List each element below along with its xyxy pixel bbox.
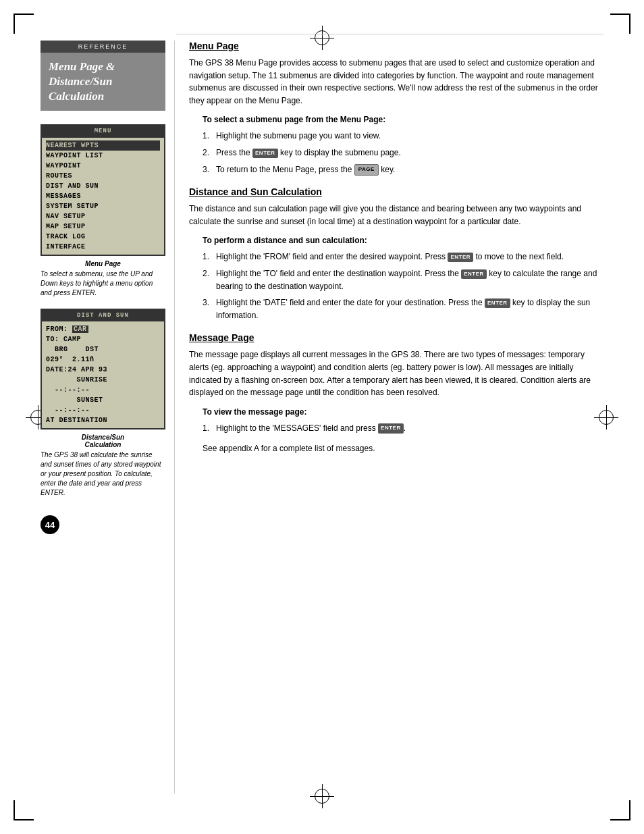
corner-mark-tl [14, 14, 34, 34]
msg-step-1-text: Highlight to the 'MESSAGES' field and pr… [216, 423, 406, 433]
corner-mark-tr [610, 14, 630, 34]
menu-lcd-item-2: WAYPOINT LIST [46, 151, 160, 161]
dist-sun-brg-dst-label: BRG DST [46, 344, 160, 355]
menu-lcd-item-11: INTERFACE [46, 242, 160, 252]
distance-sun-steps: 1. Highlight the 'FROM' field and enter … [216, 251, 603, 321]
menu-step-2-text: Press the ENTER key to display the subme… [216, 148, 401, 157]
menu-lcd-title: MENU [42, 126, 164, 138]
page-number-badge: 44 [41, 515, 59, 534]
dist-sun-caption: The GPS 38 will calculate the sunrise an… [41, 450, 165, 498]
dist-sun-caption-title-line2: Calculation [85, 441, 122, 448]
dist-step-1: 1. Highlight the 'FROM' field and enter … [216, 251, 603, 263]
menu-lcd-item-4: ROUTES [46, 171, 160, 181]
message-page-instruction-heading: To view the message page: [203, 407, 603, 417]
menu-step-3: 3. To return to the Menu Page, press the… [216, 163, 603, 176]
dist-sun-lcd-screen: DIST AND SUN FROM: CAR TO: CAMP BRG DST … [41, 309, 165, 430]
dist-step-2: 2. Highlight the 'TO' field and enter th… [216, 267, 603, 292]
enter-key-badge-2: ENTER [448, 253, 473, 262]
dist-sun-to: TO: CAMP [46, 334, 160, 344]
menu-lcd-item-3: WAYPOINT [46, 161, 160, 171]
distance-sun-instruction-heading: To perform a distance and sun calculatio… [203, 236, 603, 245]
menu-page-instruction-heading: To select a submenu page from the Menu P… [203, 115, 603, 124]
title-line1: Menu Page & [49, 60, 115, 73]
menu-lcd-item-6: MESSAGES [46, 191, 160, 201]
menu-lcd-screen: MENU NEAREST WPTS WAYPOINT LIST WAYPOINT… [41, 124, 165, 256]
page-key-badge: PAGE [354, 164, 379, 175]
corner-mark-bl [14, 800, 34, 820]
top-divider-line [176, 34, 603, 34]
dist-sun-sunrise-val: --:--:-- [46, 385, 160, 395]
page-container: REFERENCE Menu Page & Distance/Sun Calcu… [41, 41, 603, 793]
dist-sun-sunset-label: SUNSET [46, 395, 160, 405]
enter-key-badge-3: ENTER [461, 269, 487, 279]
dist-sun-date: DATE:24 APR 93 [46, 365, 160, 375]
reference-tab: REFERENCE [41, 41, 165, 53]
menu-lcd-item-5: DIST AND SUN [46, 181, 160, 191]
dist-sun-destination: AT DESTINATION [46, 415, 160, 425]
dist-sun-caption-title: Distance/Sun Calculation [41, 434, 165, 448]
message-page-steps: 1. Highlight to the 'MESSAGES' field and… [216, 422, 603, 435]
menu-lcd-item-1: NEAREST WPTS [46, 140, 160, 151]
right-column: Menu Page The GPS 38 Menu Page provides … [179, 41, 603, 463]
menu-lcd-item-8: NAV SETUP [46, 211, 160, 221]
dist-sun-lcd-title: DIST AND SUN [42, 310, 164, 322]
enter-key-badge-4: ENTER [485, 298, 510, 308]
dist-step-2-text: Highlight the 'TO' field and enter the d… [216, 269, 597, 291]
reference-tab-label: REFERENCE [78, 43, 128, 50]
dist-step-1-text: Highlight the 'FROM' field and enter the… [216, 252, 564, 261]
dist-step-3: 3. Highlight the 'DATE' field and enter … [216, 296, 603, 321]
dist-sun-sunset-val: --:--:-- [46, 405, 160, 415]
left-border-line [174, 41, 175, 793]
title-box: Menu Page & Distance/Sun Calculation [41, 53, 165, 111]
title-line2: Distance/Sun [49, 75, 112, 88]
dist-sun-from: FROM: CAR [46, 324, 160, 334]
menu-step-3-text: To return to the Menu Page, press the PA… [216, 165, 395, 174]
menu-step-1: 1. Highlight the submenu page you want t… [216, 130, 603, 142]
enter-key-badge-1: ENTER [252, 149, 278, 158]
menu-page-steps: 1. Highlight the submenu page you want t… [216, 130, 603, 176]
menu-page-body: The GPS 38 Menu Page provides access to … [189, 57, 603, 107]
menu-page-heading: Menu Page [189, 41, 603, 51]
distance-sun-heading: Distance and Sun Calculation [189, 186, 603, 197]
dist-step-3-text: Highlight the 'DATE' field and enter the… [216, 298, 590, 320]
title-line3: Calculation [49, 90, 104, 103]
corner-mark-br [610, 800, 630, 820]
menu-step-2: 2. Press the ENTER key to display the su… [216, 147, 603, 159]
dist-sun-caption-title-line1: Distance/Sun [82, 434, 124, 441]
message-page-body: The message page displays all current me… [189, 348, 603, 398]
menu-lcd-item-10: TRACK LOG [46, 232, 160, 242]
distance-sun-body: The distance and sun calculation page wi… [189, 203, 603, 228]
message-page-footer: See appendix A for a complete list of me… [203, 442, 603, 455]
menu-lcd-item-7: SYSTEM SETUP [46, 201, 160, 211]
menu-step-1-text: Highlight the submenu page you want to v… [216, 131, 381, 140]
menu-lcd-item-9: MAP SETUP [46, 221, 160, 232]
dist-sun-sunrise-label: SUNRISE [46, 375, 160, 385]
dist-sun-values: 029° 2.11ñ [46, 355, 160, 365]
menu-lcd-caption-title: Menu Page [41, 260, 165, 267]
left-column: REFERENCE Menu Page & Distance/Sun Calcu… [41, 41, 165, 534]
menu-lcd-caption: To select a submenu, use the UP and Down… [41, 269, 165, 298]
msg-step-1: 1. Highlight to the 'MESSAGES' field and… [216, 422, 603, 435]
message-page-heading: Message Page [189, 332, 603, 343]
enter-key-badge-5: ENTER [378, 423, 404, 433]
